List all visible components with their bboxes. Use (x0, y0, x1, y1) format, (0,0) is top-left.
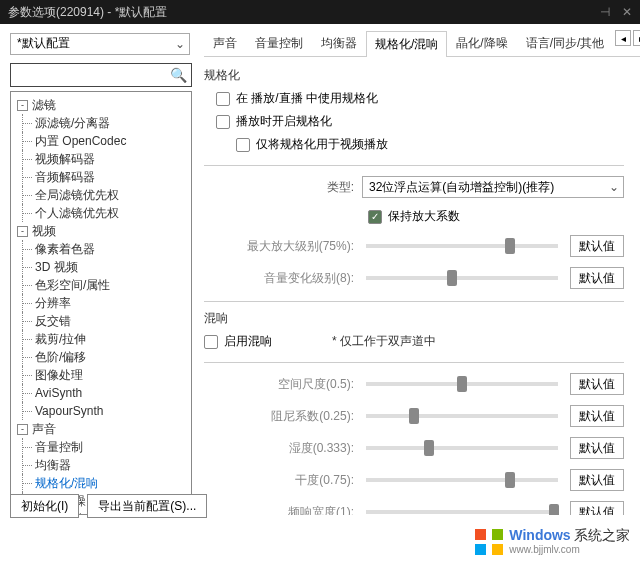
windows-logo-icon (475, 529, 503, 555)
checkbox-icon (216, 115, 230, 129)
init-button[interactable]: 初始化(I) (10, 494, 79, 518)
checkbox-checked-icon: ✓ (368, 210, 382, 224)
checkbox-icon (236, 138, 250, 152)
tab-eq[interactable]: 均衡器 (312, 30, 366, 56)
expander-icon[interactable]: - (17, 424, 28, 435)
tree-item[interactable]: 源滤镜/分离器 (13, 114, 189, 132)
reverb-note: * 仅工作于双声道中 (332, 333, 436, 350)
config-select-value: *默认配置 (17, 35, 70, 52)
tree-item[interactable]: 反交错 (13, 312, 189, 330)
content: 规格化 在 播放/直播 中使用规格化 播放时开启规格化 仅将规格化用于视频播放 … (192, 63, 630, 515)
tree-item[interactable]: 音量控制 (13, 438, 189, 456)
tree-item[interactable]: 规格化/混响 (13, 474, 189, 492)
default-button[interactable]: 默认值 (570, 437, 624, 459)
slider-vol-change: 音量变化级别(8): 默认值 (204, 267, 624, 289)
tree-group[interactable]: -滤镜 (13, 96, 189, 114)
tree-group[interactable]: -视频 (13, 222, 189, 240)
tab-volume[interactable]: 音量控制 (246, 30, 312, 56)
slider-thumb[interactable] (505, 238, 515, 254)
tree-item[interactable]: 音频解码器 (13, 168, 189, 186)
chk-video-only[interactable]: 仅将规格化用于视频播放 (236, 136, 624, 153)
checkbox-icon (204, 335, 218, 349)
slider-space: 空间尺度(0.5): 默认值 (204, 373, 624, 395)
tree-item[interactable]: 全局滤镜优先权 (13, 186, 189, 204)
chk-enable-reverb[interactable]: 启用混响 (204, 333, 272, 350)
slider-track[interactable] (366, 244, 558, 248)
tree-item[interactable]: 个人滤镜优先权 (13, 204, 189, 222)
group-normalize: 规格化 (204, 67, 624, 84)
tree-item[interactable]: 内置 OpenCodec (13, 132, 189, 150)
expander-icon[interactable]: - (17, 100, 28, 111)
type-select[interactable]: 32位浮点运算(自动增益控制)(推荐) ⌄ (362, 176, 624, 198)
slider-track[interactable] (366, 382, 558, 386)
tree-item[interactable]: AviSynth (13, 384, 189, 402)
tab-prev-icon[interactable]: ◂ (615, 30, 631, 46)
expander-icon[interactable]: - (17, 226, 28, 237)
tab-bar: 声音 音量控制 均衡器 规格化/混响 晶化/降噪 语言/同步/其他 ◂ ▸ (204, 30, 640, 57)
reverb-head: 启用混响 * 仅工作于双声道中 (204, 333, 624, 350)
export-button[interactable]: 导出当前配置(S)... (87, 494, 207, 518)
slider-track[interactable] (366, 414, 558, 418)
default-button[interactable]: 默认值 (570, 469, 624, 491)
footer: 初始化(I) 导出当前配置(S)... (10, 494, 207, 518)
default-button[interactable]: 默认值 (570, 235, 624, 257)
slider-max-amp: 最大放大级别(75%): 默认值 (204, 235, 624, 257)
titlebar-controls: ⊣ ✕ (600, 5, 632, 19)
tab-nav: ◂ ▸ (613, 30, 640, 56)
pin-icon[interactable]: ⊣ (600, 5, 610, 19)
default-button[interactable]: 默认值 (570, 501, 624, 515)
slider-thumb[interactable] (447, 270, 457, 286)
tree[interactable]: -滤镜源滤镜/分离器内置 OpenCodec视频解码器音频解码器全局滤镜优先权个… (10, 91, 192, 515)
tab-lang[interactable]: 语言/同步/其他 (517, 30, 614, 56)
tab-crystal[interactable]: 晶化/降噪 (447, 30, 516, 56)
config-select[interactable]: *默认配置 ⌄ (10, 33, 190, 55)
window-title: 参数选项(220914) - *默认配置 (8, 4, 600, 21)
checkbox-icon (216, 92, 230, 106)
slider-thumb[interactable] (505, 472, 515, 488)
slider-width: 频响宽度(1): 默认值 (204, 501, 624, 515)
tab-sound[interactable]: 声音 (204, 30, 246, 56)
group-reverb: 混响 (204, 310, 624, 327)
tree-item[interactable]: 像素着色器 (13, 240, 189, 258)
divider (204, 301, 624, 302)
tree-item[interactable]: 色彩空间/属性 (13, 276, 189, 294)
divider (204, 165, 624, 166)
tab-normalize[interactable]: 规格化/混响 (366, 31, 447, 57)
slider-thumb[interactable] (549, 504, 559, 515)
divider (204, 362, 624, 363)
tree-item[interactable]: 图像处理 (13, 366, 189, 384)
config-row: *默认配置 ⌄ 声音 音量控制 均衡器 规格化/混响 晶化/降噪 语言/同步/其… (0, 24, 640, 63)
type-row: 类型: 32位浮点运算(自动增益控制)(推荐) ⌄ (204, 176, 624, 198)
watermark-text: Windows 系统之家 www.bjjmlv.com (509, 527, 630, 556)
chevron-down-icon: ⌄ (609, 180, 619, 194)
tree-item[interactable]: 分辨率 (13, 294, 189, 312)
tree-group[interactable]: -声音 (13, 420, 189, 438)
slider-track[interactable] (366, 510, 558, 514)
close-icon[interactable]: ✕ (622, 5, 632, 19)
tree-item[interactable]: 视频解码器 (13, 150, 189, 168)
tree-item[interactable]: VapourSynth (13, 402, 189, 420)
main: 🔍 -滤镜源滤镜/分离器内置 OpenCodec视频解码器音频解码器全局滤镜优先… (0, 63, 640, 515)
search-box[interactable]: 🔍 (10, 63, 192, 87)
tree-item[interactable]: 裁剪/拉伸 (13, 330, 189, 348)
default-button[interactable]: 默认值 (570, 373, 624, 395)
slider-track[interactable] (366, 478, 558, 482)
slider-thumb[interactable] (457, 376, 467, 392)
tree-item[interactable]: 均衡器 (13, 456, 189, 474)
chevron-down-icon: ⌄ (175, 37, 185, 51)
default-button[interactable]: 默认值 (570, 267, 624, 289)
chk-use-in-play[interactable]: 在 播放/直播 中使用规格化 (216, 90, 624, 107)
tree-item[interactable]: 色阶/偏移 (13, 348, 189, 366)
tree-item[interactable]: 3D 视频 (13, 258, 189, 276)
chk-keep-coef[interactable]: ✓保持放大系数 (204, 208, 624, 225)
default-button[interactable]: 默认值 (570, 405, 624, 427)
chk-enable-on-play[interactable]: 播放时开启规格化 (216, 113, 624, 130)
slider-track[interactable] (366, 276, 558, 280)
search-input[interactable] (15, 68, 170, 82)
slider-thumb[interactable] (409, 408, 419, 424)
slider-damp: 阻尼系数(0.25): 默认值 (204, 405, 624, 427)
slider-track[interactable] (366, 446, 558, 450)
search-icon[interactable]: 🔍 (170, 67, 187, 83)
tab-next-icon[interactable]: ▸ (633, 30, 640, 46)
slider-thumb[interactable] (424, 440, 434, 456)
